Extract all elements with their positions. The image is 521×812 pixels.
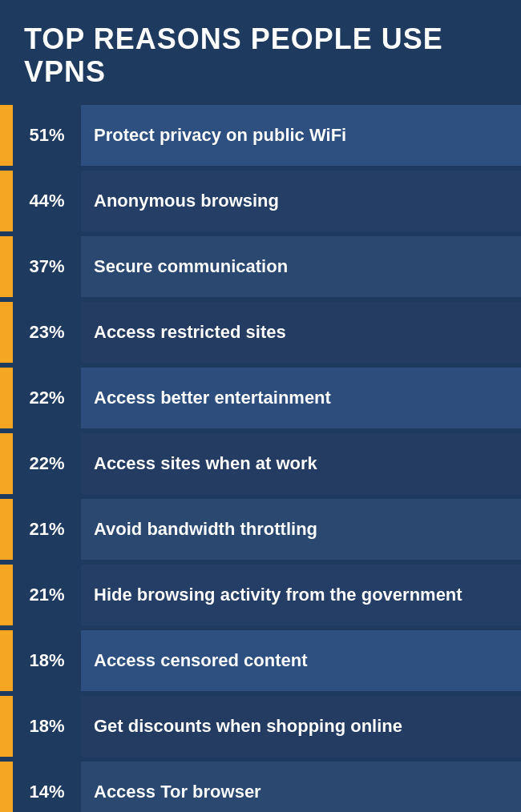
percent-value: 44% <box>13 171 81 231</box>
orange-bar-indicator <box>0 302 13 363</box>
item-label: Protect privacy on public WiFi <box>81 105 359 166</box>
infographic-container: TOP REASONS PEOPLE USE VPNS 51%Protect p… <box>0 0 521 812</box>
orange-bar-indicator <box>0 105 13 166</box>
main-title: TOP REASONS PEOPLE USE VPNS <box>24 22 497 89</box>
item-label: Access Tor browser <box>81 762 274 812</box>
items-list: 51%Protect privacy on public WiFi44%Anon… <box>0 105 521 812</box>
orange-bar-indicator <box>0 433 13 494</box>
list-item: 44%Anonymous browsing <box>0 171 521 231</box>
list-item: 18%Access censored content <box>0 630 521 691</box>
percent-value: 21% <box>13 499 81 560</box>
list-item: 37%Secure communication <box>0 236 521 297</box>
item-label: Access censored content <box>81 630 321 691</box>
percent-value: 18% <box>13 696 81 757</box>
list-item: 22%Access sites when at work <box>0 433 521 494</box>
orange-bar-indicator <box>0 236 13 297</box>
percent-value: 51% <box>13 105 81 166</box>
orange-bar-indicator <box>0 762 13 812</box>
orange-bar-indicator <box>0 565 13 625</box>
percent-value: 21% <box>13 565 81 625</box>
item-label: Access restricted sites <box>81 302 299 363</box>
percent-value: 14% <box>13 762 81 812</box>
orange-bar-indicator <box>0 499 13 560</box>
list-item: 21%Avoid bandwidth throttling <box>0 499 521 560</box>
list-item: 18%Get discounts when shopping online <box>0 696 521 757</box>
item-label: Access sites when at work <box>81 433 330 494</box>
orange-bar-indicator <box>0 171 13 231</box>
percent-value: 37% <box>13 236 81 297</box>
orange-bar-indicator <box>0 696 13 757</box>
list-item: 23%Access restricted sites <box>0 302 521 363</box>
orange-bar-indicator <box>0 368 13 428</box>
percent-value: 22% <box>13 433 81 494</box>
orange-bar-indicator <box>0 630 13 691</box>
list-item: 14%Access Tor browser <box>0 762 521 812</box>
item-label: Access better entertainment <box>81 368 344 428</box>
percent-value: 23% <box>13 302 81 363</box>
item-label: Hide browsing activity from the governme… <box>81 565 475 625</box>
list-item: 21%Hide browsing activity from the gover… <box>0 565 521 625</box>
item-label: Avoid bandwidth throttling <box>81 499 330 560</box>
percent-value: 18% <box>13 630 81 691</box>
list-item: 22%Access better entertainment <box>0 368 521 428</box>
list-item: 51%Protect privacy on public WiFi <box>0 105 521 166</box>
percent-value: 22% <box>13 368 81 428</box>
header: TOP REASONS PEOPLE USE VPNS <box>0 0 521 105</box>
item-label: Anonymous browsing <box>81 171 292 231</box>
item-label: Secure communication <box>81 236 301 297</box>
item-label: Get discounts when shopping online <box>81 696 415 757</box>
